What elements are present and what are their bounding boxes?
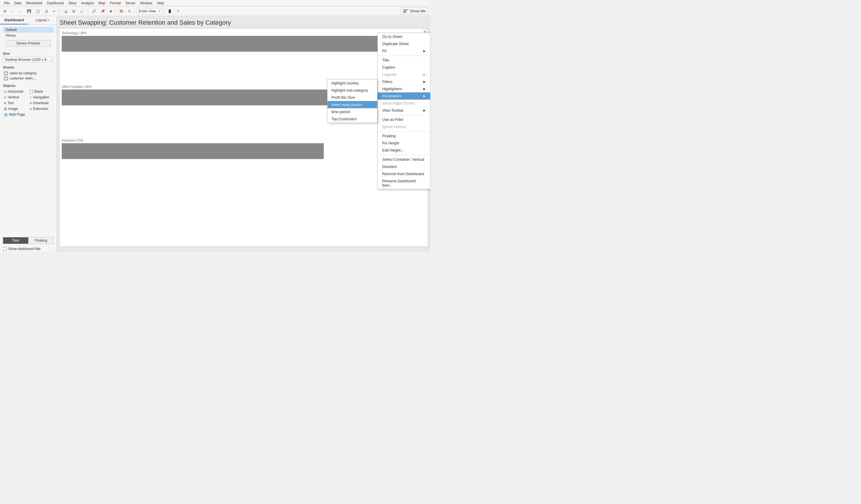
- bar-section-tech: Technology | 38%: [59, 28, 428, 53]
- ctx-rename-dashboard-item[interactable]: Rename Dashboard Item...: [378, 177, 430, 189]
- view-dropdown-label: Entire View: [139, 9, 156, 13]
- object-vertical-label: Vertical: [8, 95, 19, 99]
- ctx-filters[interactable]: Filters▶: [378, 78, 430, 85]
- object-horizontal-label: Horizontal: [8, 90, 23, 94]
- menu-file[interactable]: File: [2, 0, 12, 6]
- menu-worksheet[interactable]: Worksheet: [24, 0, 45, 6]
- toolbar-highlight[interactable]: ■: [108, 8, 113, 15]
- ctx-fix-height[interactable]: Fix Height: [378, 139, 430, 147]
- toolbar-forward[interactable]: →: [17, 8, 24, 15]
- view-dropdown[interactable]: Entire View: [137, 8, 161, 14]
- menu-dashboard[interactable]: Dashboard: [45, 0, 66, 6]
- toolbar-link[interactable]: 🔗: [90, 8, 98, 15]
- show-me-button[interactable]: Show Me: [400, 8, 429, 15]
- menu-server[interactable]: Server: [123, 0, 138, 6]
- ctx-deselect[interactable]: Deselect: [378, 163, 430, 170]
- vertical-icon: ⊟: [4, 96, 6, 99]
- ctx-view-toolbar[interactable]: View Toolbar▶: [378, 107, 430, 114]
- toolbar-sep3: [115, 8, 116, 14]
- ctx-caption[interactable]: Caption: [378, 64, 430, 71]
- ctx-use-as-filter[interactable]: Use as Filter: [378, 116, 430, 123]
- ctx-floating[interactable]: Floating: [378, 132, 430, 139]
- ctx-parameters[interactable]: Parameters▶: [378, 92, 430, 99]
- bar-tech: [62, 36, 397, 52]
- show-title-checkbox[interactable]: [3, 247, 6, 251]
- floating-button[interactable]: Floating: [28, 237, 54, 244]
- object-download[interactable]: ⬇ Download: [28, 100, 54, 106]
- menu-format[interactable]: Format: [108, 0, 123, 6]
- toolbar-sheet3[interactable]: 📈: [78, 8, 86, 15]
- menu-window[interactable]: Window: [138, 0, 155, 6]
- menu-story[interactable]: Story: [66, 0, 79, 6]
- sheet-retention[interactable]: customer reten...: [3, 76, 54, 81]
- toolbar-undo[interactable]: ↩: [51, 8, 57, 15]
- toolbar-back[interactable]: ←: [9, 8, 16, 15]
- size-value: Desktop Browser (1000 x 8...: [5, 58, 49, 62]
- layout-dropdown-icon[interactable]: ▾: [47, 18, 49, 22]
- param-highlight-subcategory[interactable]: highlight sub-category: [327, 87, 377, 94]
- view-toolbar-arrow: ▶: [423, 109, 426, 112]
- toolbar-home[interactable]: ⊕: [2, 8, 8, 15]
- toolbar-share[interactable]: ↗: [175, 8, 181, 15]
- object-blank[interactable]: Blank: [28, 89, 54, 94]
- sheet-sales[interactable]: sales by category: [3, 71, 54, 76]
- tiled-button[interactable]: Tiled: [3, 237, 28, 244]
- param-sheet-swap[interactable]: sheet swap param: [327, 101, 377, 108]
- ctx-select-container[interactable]: Select Container: Vertical: [378, 156, 430, 163]
- menu-analysis[interactable]: Analysis: [79, 0, 96, 6]
- ctx-remove-from-dashboard[interactable]: Remove from Dashboard: [378, 170, 430, 177]
- ctx-goto-sheet[interactable]: Go to Sheet: [378, 33, 430, 40]
- navigation-icon: ⤢: [30, 96, 32, 99]
- param-top-customers[interactable]: Top Customers: [327, 115, 377, 123]
- object-vertical[interactable]: ⊟ Vertical: [3, 95, 28, 100]
- parameters-submenu: highlight country highlight sub-category…: [327, 79, 378, 123]
- object-extension[interactable]: ⊕ Extension: [28, 106, 54, 111]
- extension-icon: ⊕: [30, 107, 32, 110]
- tab-layout-label: Layout: [35, 18, 46, 22]
- bar-label-furniture: Furniture | 27%: [62, 139, 426, 142]
- sheets-section: Sheets sales by category customer reten.…: [0, 64, 56, 82]
- ctx-title[interactable]: Title: [378, 56, 430, 64]
- ctx-duplicate-sheet[interactable]: Duplicate Sheet: [378, 40, 430, 47]
- size-dropdown[interactable]: Desktop Browser (1000 x 8...: [3, 57, 54, 63]
- sidebar-phone[interactable]: Phone: [3, 33, 54, 39]
- toolbar-save-as[interactable]: 📋: [34, 8, 42, 15]
- bar-section-furniture: Furniture | 27%: [59, 136, 428, 161]
- default-phone-section: Default Phone Device Preview: [0, 25, 56, 49]
- toolbar-print[interactable]: 🖨: [43, 8, 50, 15]
- toolbar-pin[interactable]: 📌: [99, 8, 107, 15]
- horizontal-icon: ⊞: [4, 90, 6, 93]
- menu-help[interactable]: Help: [155, 0, 166, 6]
- param-profit-bin-size[interactable]: Profit Bin Size: [327, 94, 377, 101]
- ctx-edit-height[interactable]: Edit Height...: [378, 147, 430, 154]
- sidebar-default[interactable]: Default: [3, 27, 54, 33]
- ctx-divider2: [378, 115, 430, 115]
- menu-data[interactable]: Data: [12, 0, 24, 6]
- tab-dashboard[interactable]: Dashboard: [0, 16, 28, 24]
- object-navigation[interactable]: ⤢ Navigation: [28, 95, 54, 100]
- toolbar-device[interactable]: 📱: [166, 8, 174, 15]
- object-text[interactable]: A Text: [3, 100, 28, 106]
- object-webpage-label: Web Page: [9, 112, 25, 117]
- sheet-icon-inner2: [5, 77, 8, 80]
- object-horizontal[interactable]: ⊞ Horizontal: [3, 89, 28, 94]
- device-preview-button[interactable]: Device Preview: [6, 40, 51, 46]
- tab-layout[interactable]: Layout ▾: [28, 16, 57, 24]
- toolbar-dup[interactable]: ⊞: [71, 8, 77, 15]
- default-label: Default: [6, 28, 17, 32]
- param-highlight-country[interactable]: highlight country: [327, 80, 377, 87]
- toolbar-new-sheet[interactable]: 📊: [62, 8, 69, 15]
- object-image[interactable]: 🖼 Image: [3, 106, 28, 111]
- menu-map[interactable]: Map: [96, 0, 107, 6]
- object-webpage[interactable]: 🌐 Web Page: [3, 112, 28, 117]
- dashboard-title: Sheet Swapping: Customer Retention and S…: [57, 16, 430, 28]
- toolbar-save[interactable]: 💾: [25, 8, 33, 15]
- sidebar-tabs: Dashboard Layout ▾: [0, 16, 56, 25]
- ctx-highlighters[interactable]: Highlighters▶: [378, 85, 430, 92]
- toolbar-font[interactable]: A: [126, 8, 132, 15]
- param-time-period[interactable]: time period: [327, 108, 377, 115]
- ctx-fit[interactable]: Fit▶: [378, 47, 430, 55]
- parameters-arrow: ▶: [423, 94, 426, 98]
- show-me-icon: [403, 10, 408, 13]
- toolbar-color[interactable]: 🎨: [118, 8, 125, 15]
